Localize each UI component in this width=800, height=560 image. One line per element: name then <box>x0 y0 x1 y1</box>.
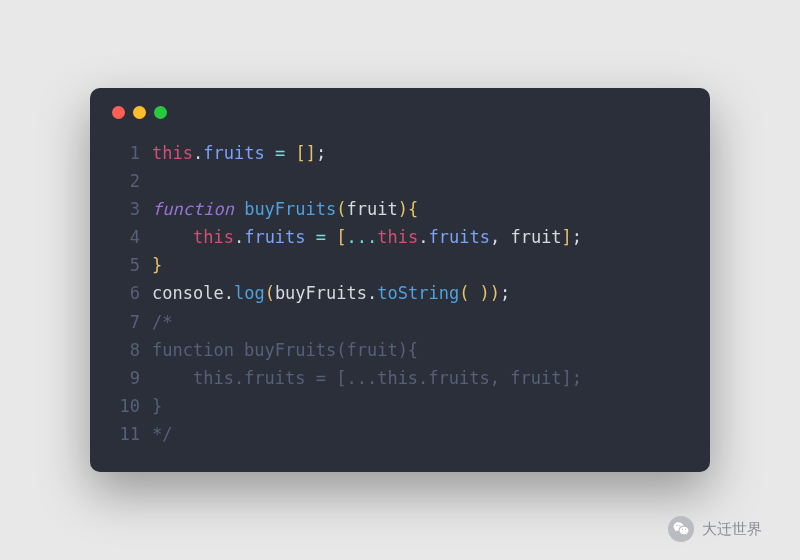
line-number: 10 <box>112 392 140 420</box>
code-window: 1this.fruits = [];23function buyFruits(f… <box>90 88 710 472</box>
line-number: 5 <box>112 251 140 279</box>
code-line: 3function buyFruits(fruit){ <box>112 195 688 223</box>
line-content: this.fruits = [...this.fruits, fruit]; <box>152 223 582 251</box>
code-block: 1this.fruits = [];23function buyFruits(f… <box>112 139 688 448</box>
close-icon[interactable] <box>112 106 125 119</box>
line-number: 6 <box>112 279 140 307</box>
line-content: this.fruits = []; <box>152 139 326 167</box>
line-number: 11 <box>112 420 140 448</box>
line-number: 1 <box>112 139 140 167</box>
line-content: } <box>152 251 162 279</box>
zoom-icon[interactable] <box>154 106 167 119</box>
line-number: 3 <box>112 195 140 223</box>
minimize-icon[interactable] <box>133 106 146 119</box>
code-line: 4 this.fruits = [...this.fruits, fruit]; <box>112 223 688 251</box>
line-content: function buyFruits(fruit){ <box>152 336 418 364</box>
line-number: 2 <box>112 167 140 195</box>
code-line: 5} <box>112 251 688 279</box>
line-number: 9 <box>112 364 140 392</box>
line-content: /* <box>152 308 172 336</box>
line-content: console.log(buyFruits.toString( )); <box>152 279 510 307</box>
code-line: 9 this.fruits = [...this.fruits, fruit]; <box>112 364 688 392</box>
code-line: 1this.fruits = []; <box>112 139 688 167</box>
code-line: 8function buyFruits(fruit){ <box>112 336 688 364</box>
code-line: 11*/ <box>112 420 688 448</box>
line-number: 4 <box>112 223 140 251</box>
code-line: 2 <box>112 167 688 195</box>
code-line: 10} <box>112 392 688 420</box>
watermark: 大迁世界 <box>668 516 762 542</box>
line-number: 8 <box>112 336 140 364</box>
line-content: this.fruits = [...this.fruits, fruit]; <box>152 364 582 392</box>
line-number: 7 <box>112 308 140 336</box>
watermark-text: 大迁世界 <box>702 520 762 539</box>
line-content: */ <box>152 420 172 448</box>
line-content: function buyFruits(fruit){ <box>152 195 418 223</box>
code-line: 7/* <box>112 308 688 336</box>
code-line: 6console.log(buyFruits.toString( )); <box>112 279 688 307</box>
window-titlebar <box>112 106 688 119</box>
wechat-icon <box>668 516 694 542</box>
line-content: } <box>152 392 162 420</box>
